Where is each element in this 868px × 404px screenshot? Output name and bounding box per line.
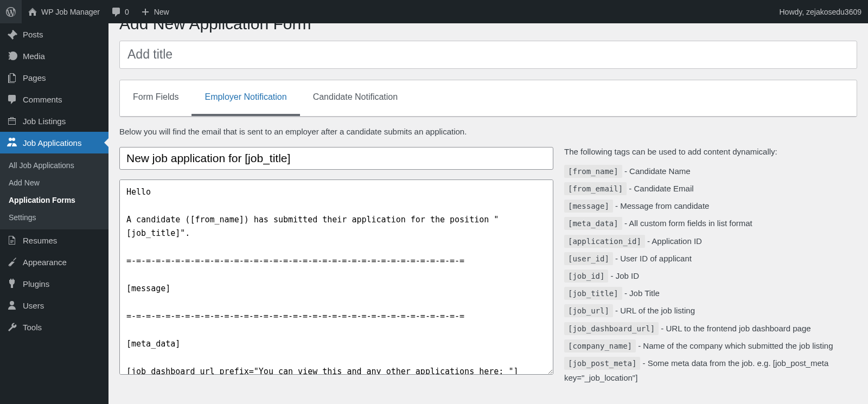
menu-label: Appearance bbox=[23, 258, 67, 267]
submenu-all-applications[interactable]: All Job Applications bbox=[0, 157, 108, 174]
submenu-job-applications: All Job Applications Add New Application… bbox=[0, 153, 108, 229]
submenu-add-new[interactable]: Add New bbox=[0, 174, 108, 191]
home-icon bbox=[27, 7, 38, 17]
menu-label: Comments bbox=[23, 95, 62, 104]
tag-description: - Candidate Email bbox=[627, 184, 693, 193]
tag-row: [application_id] - Application ID bbox=[564, 234, 857, 248]
site-link[interactable]: WP Job Manager bbox=[22, 0, 105, 23]
sidebar-item-resumes[interactable]: Resumes bbox=[0, 229, 108, 251]
sidebar-item-comments[interactable]: Comments bbox=[0, 88, 108, 110]
tag-row: [message] - Message from candidate bbox=[564, 198, 857, 213]
menu-label: Job Applications bbox=[23, 138, 81, 148]
sidebar-item-media[interactable]: Media bbox=[0, 45, 108, 67]
tag-code: [job_id] bbox=[564, 270, 608, 283]
admin-sidebar: Posts Media Pages Comments Job Listings … bbox=[0, 23, 108, 404]
tag-description: - Application ID bbox=[645, 236, 702, 246]
tag-code: [job_title] bbox=[564, 287, 622, 300]
doc-icon bbox=[7, 235, 17, 246]
tag-code: [job_url] bbox=[564, 304, 613, 317]
tag-description: - URL of the job listing bbox=[613, 306, 695, 315]
tag-row: [user_id] - User ID of applicant bbox=[564, 251, 857, 266]
user-icon bbox=[7, 300, 17, 311]
tag-code: [job_post_meta] bbox=[564, 357, 640, 370]
tag-code: [user_id] bbox=[564, 252, 613, 265]
tag-code: [from_email] bbox=[564, 182, 627, 195]
wordpress-icon bbox=[5, 7, 16, 17]
sidebar-item-posts[interactable]: Posts bbox=[0, 23, 108, 45]
menu-label: Tools bbox=[23, 323, 42, 332]
menu-label: Users bbox=[23, 301, 44, 310]
submenu-application-forms[interactable]: Application Forms bbox=[0, 191, 108, 209]
briefcase-icon bbox=[7, 116, 17, 126]
menu-label: Pages bbox=[23, 73, 46, 82]
tab-description: Below you will find the email that is se… bbox=[119, 127, 857, 136]
sidebar-item-appearance[interactable]: Appearance bbox=[0, 251, 108, 273]
tag-row: [company_name] - Name of the company whi… bbox=[564, 338, 857, 353]
media-icon bbox=[7, 50, 17, 61]
submenu-settings[interactable]: Settings bbox=[0, 209, 108, 226]
plug-icon bbox=[7, 278, 17, 289]
tags-list: [from_name] - Candidate Name[from_email]… bbox=[564, 164, 857, 385]
menu-label: Resumes bbox=[23, 236, 57, 245]
comment-icon bbox=[111, 7, 122, 17]
tag-row: [job_url] - URL of the job listing bbox=[564, 303, 857, 318]
tag-row: [from_email] - Candidate Email bbox=[564, 181, 857, 196]
tab-form-fields[interactable]: Form Fields bbox=[120, 80, 192, 116]
menu-label: Posts bbox=[23, 30, 43, 39]
sidebar-item-plugins[interactable]: Plugins bbox=[0, 273, 108, 294]
pages-icon bbox=[7, 72, 17, 83]
tag-row: [job_id] - Job ID bbox=[564, 268, 857, 283]
comments-link[interactable]: 0 bbox=[105, 0, 135, 23]
wp-logo[interactable] bbox=[0, 0, 22, 23]
site-name: WP Job Manager bbox=[41, 8, 100, 16]
sidebar-item-tools[interactable]: Tools bbox=[0, 316, 108, 338]
tag-row: [from_name] - Candidate Name bbox=[564, 164, 857, 178]
tag-description: - Message from candidate bbox=[613, 201, 710, 210]
tabs-panel: Form Fields Employer Notification Candid… bbox=[119, 80, 857, 117]
groups-icon bbox=[7, 137, 17, 148]
tag-description: - Candidate Name bbox=[622, 166, 691, 176]
tab-employer-notification[interactable]: Employer Notification bbox=[192, 80, 299, 116]
tag-code: [job_dashboard_url] bbox=[564, 322, 659, 335]
comments-count: 0 bbox=[125, 8, 129, 16]
email-subject-input[interactable] bbox=[119, 147, 553, 170]
howdy-text: Howdy, zejakosedu3609 bbox=[779, 8, 861, 16]
pin-icon bbox=[7, 29, 17, 40]
tag-code: [application_id] bbox=[564, 235, 645, 248]
tag-description: - All custom form fields in list format bbox=[622, 219, 752, 228]
sidebar-item-users[interactable]: Users bbox=[0, 294, 108, 316]
tag-code: [company_name] bbox=[564, 339, 636, 352]
menu-label: Plugins bbox=[23, 279, 49, 288]
post-title-input[interactable] bbox=[119, 41, 857, 69]
tag-description: - User ID of applicant bbox=[613, 254, 692, 263]
menu-label: Media bbox=[23, 52, 45, 61]
tag-row: [job_title] - Job Title bbox=[564, 286, 857, 300]
main-content: Add New Application Form Form Fields Emp… bbox=[108, 23, 868, 404]
page-heading: Add New Application Form bbox=[119, 23, 857, 33]
tag-code: [message] bbox=[564, 200, 613, 213]
tag-description: - URL to the frontend job dashboard page bbox=[659, 324, 810, 333]
tags-intro: The following tags can be used to add co… bbox=[564, 147, 857, 156]
sidebar-item-job-listings[interactable]: Job Listings bbox=[0, 110, 108, 132]
brush-icon bbox=[7, 256, 17, 267]
wrench-icon bbox=[7, 322, 17, 332]
new-content-link[interactable]: New bbox=[135, 0, 175, 23]
sidebar-item-pages[interactable]: Pages bbox=[0, 67, 108, 88]
email-body-textarea[interactable] bbox=[119, 179, 553, 375]
tag-row: [meta_data] - All custom form fields in … bbox=[564, 216, 857, 230]
tag-description: - Job Title bbox=[622, 288, 660, 298]
admin-bar: WP Job Manager 0 New Howdy, zejakosedu36… bbox=[0, 0, 868, 23]
menu-label: Job Listings bbox=[23, 117, 66, 126]
tag-code: [from_name] bbox=[564, 165, 622, 178]
tag-description: - Name of the company which submitted th… bbox=[636, 341, 833, 350]
my-account-link[interactable]: Howdy, zejakosedu3609 bbox=[779, 8, 868, 16]
plus-icon bbox=[140, 7, 151, 17]
sidebar-item-job-applications[interactable]: Job Applications bbox=[0, 132, 108, 153]
tab-candidate-notification[interactable]: Candidate Notification bbox=[300, 80, 411, 116]
comments-icon bbox=[7, 94, 17, 105]
tag-row: [job_dashboard_url] - URL to the fronten… bbox=[564, 321, 857, 336]
tag-description: - Job ID bbox=[608, 271, 639, 280]
new-label: New bbox=[154, 8, 169, 16]
tag-row: [job_post_meta] - Some meta data from th… bbox=[564, 356, 857, 385]
tag-code: [meta_data] bbox=[564, 217, 622, 230]
